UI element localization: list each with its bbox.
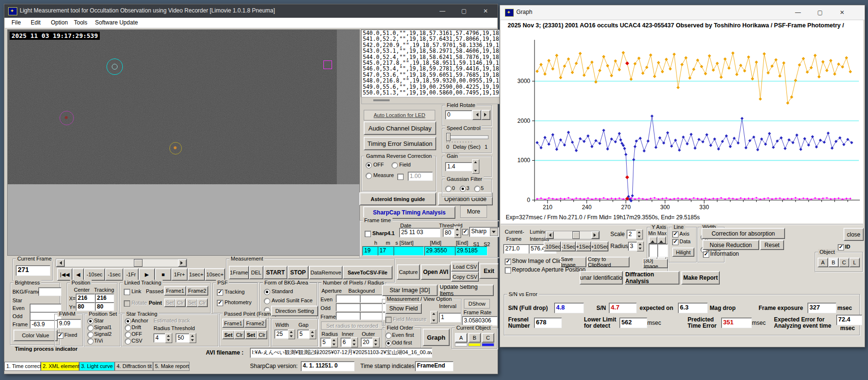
object-b-button[interactable]: B: [468, 333, 481, 343]
plus-10sec-button[interactable]: 10sec+: [205, 268, 225, 281]
del-button[interactable]: DEL: [249, 266, 263, 279]
line-axis-checkbox[interactable]: [672, 231, 678, 238]
menu-edit[interactable]: Edit: [31, 20, 41, 26]
width-spinner[interactable]: [288, 329, 295, 339]
gamma-field-radio[interactable]: [392, 162, 398, 168]
gamma-off-radio[interactable]: [366, 162, 372, 168]
linked-clr1-button[interactable]: Clr: [175, 298, 186, 307]
line-data-checkbox[interactable]: [672, 239, 678, 245]
show-field-button[interactable]: Show Field: [385, 303, 422, 314]
frame-slider-right-button[interactable]: [178, 259, 187, 267]
open-avi-button[interactable]: Open AVI: [421, 264, 451, 280]
tracking-off-radio[interactable]: [125, 332, 131, 338]
star-even-field[interactable]: [30, 304, 61, 312]
frame-slider-left-button[interactable]: [56, 259, 65, 267]
ymin-up-button[interactable]: [649, 237, 657, 244]
frame-exposure-value[interactable]: 327: [808, 303, 836, 313]
tracking-csv-radio[interactable]: [125, 338, 131, 344]
graph-titlebar[interactable]: ✦ Graph — ▢ ✕: [500, 5, 865, 20]
frame-date-field[interactable]: 25 11 03: [399, 228, 440, 238]
object-a-button[interactable]: A: [455, 333, 467, 343]
passed-set2-button[interactable]: Set: [245, 330, 257, 339]
graph-frame-slider[interactable]: [545, 231, 600, 239]
pos-y-center[interactable]: 80: [76, 302, 95, 311]
gamma-checkbox[interactable]: [397, 174, 404, 180]
fwhm-fixed-checkbox[interactable]: [57, 332, 63, 339]
reset-button[interactable]: Reset: [760, 240, 784, 250]
video-frame[interactable]: 2025 11 03 19:17:29:539: [7, 29, 360, 256]
object-c-button[interactable]: C: [482, 333, 494, 343]
minus-1fr-button[interactable]: -1Fr: [123, 268, 139, 281]
sharp-combo[interactable]: Sharp: [469, 227, 499, 237]
gaussian-3-radio[interactable]: [460, 186, 466, 192]
field-rotate-left-button[interactable]: [472, 110, 481, 120]
posset-tivi-radio[interactable]: [87, 338, 94, 344]
plus-1sec-graph-button[interactable]: +1Sec: [576, 241, 591, 251]
correction-absorption-button[interactable]: Correction for absorption: [702, 228, 785, 239]
start-button[interactable]: START: [263, 266, 287, 279]
update-setting-items-button[interactable]: Update Setting Items: [439, 285, 494, 296]
pos-x-center[interactable]: 216: [76, 294, 95, 302]
minus-1sec-button[interactable]: -1sec: [105, 268, 123, 281]
sharpcap-version-value[interactable]: 4. 1. 11251. 0: [301, 361, 355, 371]
timing-error-simulation-button[interactable]: Timing Error Simulation: [364, 137, 436, 150]
save-to-csv-button[interactable]: SaveToCSV-File: [343, 266, 392, 279]
link-checkbox[interactable]: [124, 289, 130, 295]
stop-button[interactable]: STOP: [287, 266, 309, 279]
time-end-field[interactable]: 29.5185: [455, 246, 488, 256]
plus-1sec-button[interactable]: 1sec+: [188, 268, 205, 281]
sn-value[interactable]: 4.7: [609, 303, 637, 313]
graph-object-c-button[interactable]: C: [839, 258, 849, 267]
show-image-checkbox[interactable]: [505, 259, 511, 265]
speed-slider-track[interactable]: [446, 135, 488, 139]
threshold-spinner[interactable]: [454, 226, 461, 238]
light-curve-chart[interactable]: 0100020003000210240270300330: [501, 31, 862, 214]
csv-hscrollbar[interactable]: [361, 97, 500, 104]
graph-radius-spinner[interactable]: [637, 241, 644, 251]
tab-xml-element[interactable]: 2. XML element: [41, 362, 79, 371]
radius-spinner[interactable]: [331, 337, 338, 347]
sharp41-checkbox[interactable]: [365, 231, 371, 237]
reproduce-aperture-checkbox[interactable]: [505, 267, 511, 273]
make-report-button[interactable]: Make Report: [681, 271, 720, 285]
rotate-checkbox[interactable]: [124, 300, 130, 307]
field-rotate-right-button[interactable]: [481, 110, 490, 120]
minus-1sec-graph-button[interactable]: -1Sec: [561, 241, 576, 251]
copy-clipboard-button[interactable]: Copy to ClipBoard: [587, 257, 630, 267]
exit-button[interactable]: Exit: [479, 263, 499, 279]
graph-slider-right-button[interactable]: [591, 231, 599, 239]
graph-button[interactable]: Graph: [423, 329, 450, 346]
information-checkbox[interactable]: [703, 251, 709, 258]
pos-y-tracking[interactable]: 80: [95, 302, 114, 311]
plus-1fr-button[interactable]: 1Fr+: [171, 268, 188, 281]
set-radius-button[interactable]: Set radius to recorded: [321, 321, 383, 330]
more-button[interactable]: More: [460, 205, 487, 218]
time-mid-field[interactable]: 29.3550: [424, 246, 456, 256]
frame-rate-value[interactable]: 3.0580306: [462, 316, 498, 326]
pos-x-tracking[interactable]: 216: [95, 294, 114, 302]
tab-time-correct[interactable]: 1. Time correct: [4, 362, 41, 371]
bkg-frame-field[interactable]: [38, 287, 61, 296]
bkg-standard-radio[interactable]: [264, 289, 270, 295]
close-icon[interactable]: ✕: [478, 6, 493, 16]
object-id-checkbox[interactable]: [838, 244, 844, 250]
avi-filename-field[interactable]: I:¥A-えんぺい観測¥観測記録2025¥07-12月¥20251103-2¥宝…: [250, 348, 432, 358]
passed-frame2-button[interactable]: Frame2: [244, 319, 266, 328]
tracking-threshold-spinner[interactable]: [189, 333, 196, 343]
diffraction-analysis-button[interactable]: Diffraction Analysis: [625, 271, 679, 285]
menu-software-update[interactable]: Software Update: [95, 20, 138, 26]
star-image-3d-button[interactable]: Star Image [3D]: [382, 285, 438, 296]
dshow-button[interactable]: DShow: [464, 299, 490, 309]
graph-object-l-button[interactable]: L: [849, 258, 860, 267]
sn-full-drop-value[interactable]: 4.8: [554, 303, 584, 313]
expected-error-value[interactable]: 72.4: [836, 315, 862, 325]
graph-slider-left-button[interactable]: [546, 231, 554, 239]
direction-setting-button[interactable]: Direction Setting: [271, 306, 318, 316]
scale-spinner[interactable]: [636, 229, 643, 239]
tab-diffraction[interactable]: 4. Diffraction tit: [115, 362, 153, 371]
tracking-anchor-radio[interactable]: [125, 318, 131, 324]
menu-option[interactable]: Option: [51, 20, 68, 26]
noise-reduction-button[interactable]: Noise Reduction: [702, 240, 759, 250]
passed-clr1-button[interactable]: Clr: [234, 330, 245, 339]
field-measure-checkbox[interactable]: [385, 317, 392, 323]
